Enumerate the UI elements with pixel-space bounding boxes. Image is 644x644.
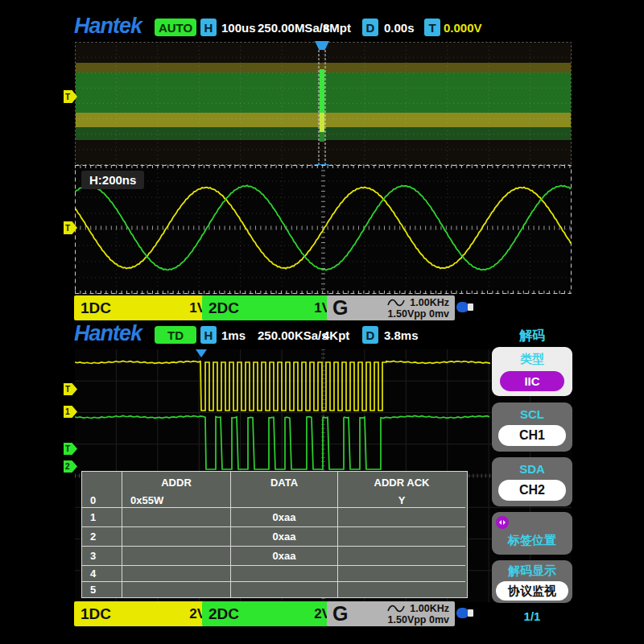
table-cell	[230, 582, 337, 597]
table-cell: 0xaa	[230, 527, 337, 547]
usb-device-icon-2	[456, 608, 469, 618]
sample-rate-readout: 250.00MSa/s	[258, 21, 329, 35]
generator-label-2: G	[332, 602, 348, 625]
label-position-button[interactable]: 标签位置	[492, 512, 572, 555]
table-cell	[337, 582, 465, 597]
generator-status-button[interactable]: G 1.00KHz 1.50Vpp 0mv	[327, 295, 455, 320]
memory-depth-readout: 8Mpt	[323, 21, 351, 35]
sine-wave-icon-2	[387, 605, 405, 613]
decode-type-label: 类型	[492, 352, 572, 367]
trigger-level-readout: 0.000V	[444, 21, 482, 35]
table-cell: 0xaa	[230, 508, 337, 527]
horizontal-badge-2[interactable]: H	[200, 326, 217, 344]
rotate-knob-icon	[495, 515, 510, 530]
table-cell	[122, 582, 230, 597]
ch2-label-2: 2DC	[208, 605, 239, 623]
decode-display-button[interactable]: 解码显示 协议监视	[492, 560, 572, 603]
zoom-timebase-label: H:200ns	[81, 171, 144, 189]
table-cell	[230, 566, 337, 582]
sample-rate-readout-2: 250.00KSa/s	[258, 328, 328, 342]
decode-type-value[interactable]: IIC	[500, 371, 564, 391]
page: Hantek AUTO H 100us 250.00MSa/s 8Mpt D 0…	[0, 0, 644, 644]
table-header: DATA	[230, 472, 337, 493]
usb-device-icon	[456, 302, 469, 312]
generator-label: G	[332, 296, 348, 320]
label-position-label: 标签位置	[492, 533, 572, 548]
table-cell	[337, 547, 465, 566]
brand-logo: Hantek	[74, 14, 142, 39]
ch1-status-button-2[interactable]: 1DC 2V	[74, 601, 213, 626]
ch2-status-button-2[interactable]: 2DC 2V	[202, 601, 337, 626]
page-indicator: 1/1	[492, 609, 572, 623]
delay-badge[interactable]: D	[362, 19, 378, 36]
sda-label: SDA	[492, 462, 572, 476]
decode-type-button[interactable]: 类型 IIC	[492, 347, 572, 396]
run-mode-badge-2[interactable]: TD	[155, 326, 196, 344]
scl-channel-value[interactable]: CH1	[498, 425, 566, 446]
table-cell: 3	[82, 547, 122, 566]
table-cell	[337, 527, 465, 547]
zoom-waveform-area	[75, 165, 572, 294]
table-cell	[337, 508, 465, 527]
timebase-readout: 100us	[221, 21, 256, 35]
sda-channel-value[interactable]: CH2	[498, 480, 566, 501]
table-cell: 5	[82, 582, 122, 597]
decode-menu-title: 解码	[492, 328, 572, 345]
table-header	[82, 472, 122, 493]
generator-frequency: 1.00KHz	[410, 297, 449, 308]
ch2-label: 2DC	[208, 299, 239, 317]
ch1-status-button[interactable]: 1DC 1V	[74, 295, 213, 320]
table-cell	[122, 527, 230, 547]
table-cell	[122, 566, 230, 582]
delay-readout: 0.00s	[384, 21, 415, 35]
decode-event-table: ADDRDATAADDR ACK00x55WY10xaa20xaa30xaa45	[81, 471, 468, 598]
trigger-badge[interactable]: T	[424, 19, 440, 36]
ch2-status-button[interactable]: 2DC 1V	[202, 295, 337, 320]
table-cell: 2	[82, 527, 122, 547]
horizontal-badge[interactable]: H	[200, 19, 217, 36]
table-cell: 0x55W	[122, 493, 230, 508]
run-mode-badge[interactable]: AUTO	[155, 19, 196, 36]
table-header: ADDR ACK	[337, 472, 465, 493]
memory-depth-readout-2: 4Kpt	[323, 328, 349, 342]
generator-amplitude: 1.50Vpp 0mv	[388, 308, 449, 320]
table-cell	[122, 508, 230, 527]
table-cell	[230, 493, 337, 508]
delay-readout-2: 3.8ms	[384, 328, 419, 342]
scl-source-button[interactable]: SCL CH1	[492, 402, 572, 452]
decode-display-label: 解码显示	[492, 564, 572, 579]
table-cell	[337, 566, 465, 582]
table-cell: 0xaa	[230, 547, 337, 566]
table-header: ADDR	[122, 472, 230, 493]
ch1-label-2: 1DC	[80, 605, 111, 623]
generator-amplitude-2: 1.50Vpp 0mv	[388, 614, 449, 625]
generator-frequency-2: 1.00KHz	[410, 603, 449, 614]
table-cell: Y	[337, 493, 465, 508]
scl-label: SCL	[492, 407, 572, 421]
brand-logo-2: Hantek	[74, 321, 142, 346]
timebase-readout-2: 1ms	[221, 328, 246, 342]
overview-waveform-area	[75, 42, 572, 165]
delay-badge-2[interactable]: D	[362, 326, 378, 344]
table-cell: 0	[82, 493, 122, 508]
table-cell: 4	[82, 566, 122, 582]
decode-display-value[interactable]: 协议监视	[496, 581, 568, 601]
generator-status-button-2[interactable]: G 1.00KHz 1.50Vpp 0mv	[327, 601, 455, 626]
sine-wave-icon	[387, 299, 405, 307]
table-cell: 1	[82, 508, 122, 527]
sda-source-button[interactable]: SDA CH2	[492, 457, 572, 506]
table-cell	[122, 547, 230, 566]
ch1-label: 1DC	[80, 299, 111, 317]
